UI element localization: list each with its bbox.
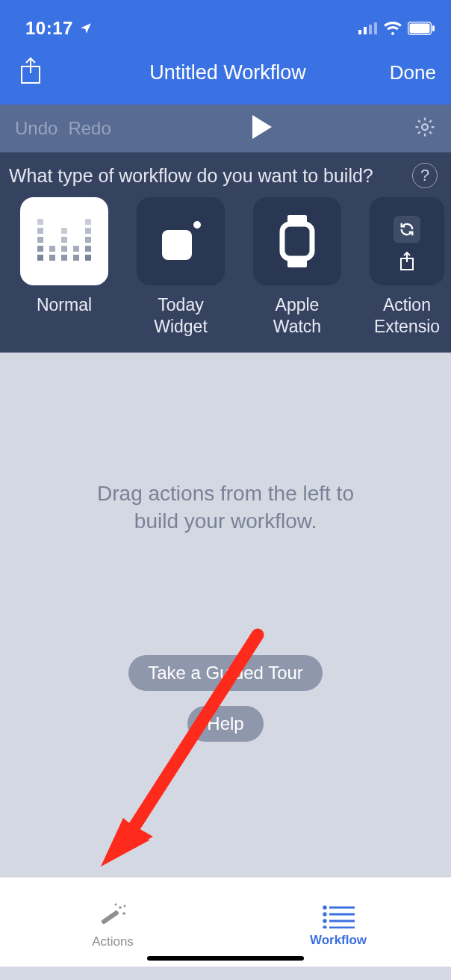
type-option-normal[interactable]: Normal (16, 197, 112, 338)
share-button[interactable] (19, 57, 87, 88)
magic-wand-icon (98, 903, 128, 930)
help-icon[interactable]: ? (412, 163, 438, 188)
action-extension-tile (370, 197, 444, 285)
time-text: 10:17 (25, 18, 73, 39)
cellular-icon (358, 22, 378, 34)
nav-bar: Untitled Workflow Done (0, 45, 451, 105)
status-time: 10:17 (25, 18, 93, 39)
svg-point-10 (422, 124, 428, 130)
type-options: Normal Today Widget Ap (0, 197, 451, 338)
tab-bar: Actions Workflow (0, 877, 451, 967)
done-button[interactable]: Done (369, 61, 436, 84)
gear-icon (414, 116, 436, 138)
svg-marker-9 (252, 115, 272, 139)
status-bar: 10:17 (0, 0, 451, 45)
type-option-action-extension[interactable]: Action Extensio (366, 197, 448, 338)
type-label: Apple Watch (249, 294, 345, 338)
share-small-icon (399, 252, 415, 271)
battery-icon (408, 22, 435, 35)
guided-tour-button[interactable]: Take a Guided Tour (128, 655, 323, 691)
help-button[interactable]: Help (187, 706, 263, 742)
editor-toolbar: Undo Redo (0, 105, 451, 152)
type-label: Today Widget (133, 294, 228, 338)
type-option-today-widget[interactable]: Today Widget (133, 197, 228, 338)
svg-rect-3 (374, 22, 377, 34)
play-icon (249, 114, 275, 140)
canvas-msg-l2: build your workflow. (97, 507, 354, 536)
svg-point-26 (324, 913, 326, 914)
today-widget-icon (162, 223, 199, 260)
tab-label: Workflow (310, 933, 367, 948)
svg-rect-19 (101, 910, 119, 925)
svg-point-28 (324, 919, 326, 921)
workflow-canvas[interactable]: Drag actions from the left to build your… (0, 353, 451, 860)
svg-point-30 (324, 926, 326, 928)
type-question: What type of workflow do you want to bui… (9, 165, 373, 187)
tab-actions[interactable]: Actions (0, 878, 226, 967)
tab-workflow[interactable]: Workflow (226, 878, 451, 967)
share-icon (19, 57, 42, 85)
sync-icon (394, 216, 420, 243)
play-button[interactable] (249, 114, 275, 143)
wifi-icon (384, 22, 402, 35)
tab-label: Actions (92, 934, 134, 949)
workflow-type-panel: What type of workflow do you want to bui… (0, 152, 451, 353)
svg-point-23 (124, 905, 126, 907)
undo-button[interactable]: Undo (15, 118, 57, 139)
screen: 10:17 (0, 0, 451, 980)
canvas-empty-message: Drag actions from the left to build your… (97, 480, 354, 536)
svg-point-21 (122, 912, 125, 915)
svg-point-24 (324, 906, 326, 908)
list-icon (322, 905, 355, 928)
svg-rect-6 (432, 25, 435, 31)
type-option-apple-watch[interactable]: Apple Watch (249, 197, 345, 338)
svg-point-22 (115, 903, 117, 905)
settings-button[interactable] (414, 116, 436, 141)
status-icons (358, 22, 435, 35)
svg-rect-1 (364, 27, 367, 34)
svg-rect-5 (410, 24, 430, 34)
svg-rect-0 (358, 30, 361, 34)
type-label: Action Extensio (366, 294, 448, 338)
home-indicator[interactable] (147, 956, 304, 961)
redo-button[interactable]: Redo (68, 118, 111, 139)
location-icon (79, 22, 93, 35)
page-title: Untitled Workflow (87, 61, 369, 84)
svg-rect-2 (369, 25, 372, 34)
workflow-w-icon (37, 219, 91, 264)
type-label: Normal (16, 294, 112, 316)
apple-watch-icon (279, 215, 316, 267)
normal-tile (20, 197, 108, 285)
canvas-msg-l1: Drag actions from the left to (97, 480, 354, 508)
svg-rect-13 (282, 224, 312, 258)
apple-watch-tile (253, 197, 341, 285)
svg-point-20 (119, 906, 122, 909)
today-widget-tile (137, 197, 225, 285)
